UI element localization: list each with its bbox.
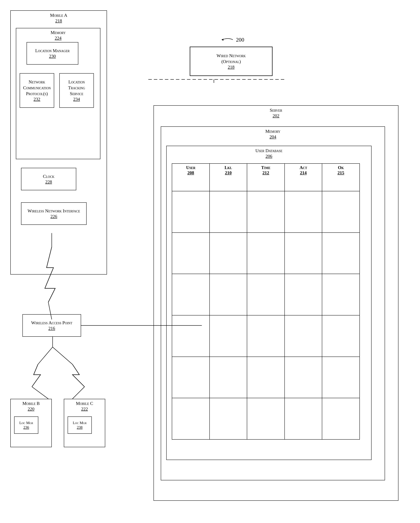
- table-row: [172, 233, 360, 274]
- mobile-b-box: Mobile B 220 Loc Mgr 236: [10, 399, 52, 447]
- location-tracking-box: Location Tracking Service 234: [59, 73, 94, 108]
- server-memory-box: Memory 204 User Database 206 User 208: [161, 126, 385, 480]
- user-db-table: User 208 Lkl 210 Time 212: [172, 163, 360, 440]
- table-row: [172, 191, 360, 233]
- mobile-c-title: Mobile C: [65, 400, 103, 407]
- svg-line-3: [38, 347, 53, 364]
- mobile-a-title: Mobile A: [12, 12, 105, 18]
- wap-to-mobiles-lines: [24, 337, 110, 406]
- wireless-ni-number: 226: [51, 214, 57, 219]
- col-act-header: Act 214: [285, 163, 322, 191]
- location-manager-number: 230: [49, 54, 56, 59]
- mobile-b-number: 220: [12, 407, 50, 412]
- table-row: [172, 315, 360, 357]
- wireless-ni-title: Wireless Network Interface: [28, 208, 80, 214]
- dashed-separator: [148, 76, 286, 83]
- col-lkl-header: Lkl 210: [210, 163, 247, 191]
- server-box: Server 202 Memory 204 User Database 206 …: [153, 105, 398, 501]
- wired-network-box: Wired Network (Optional) 218: [190, 47, 272, 76]
- location-manager-title: Location Manager: [35, 48, 70, 54]
- wap-number: 216: [48, 326, 55, 331]
- svg-line-6: [72, 387, 85, 399]
- mobile-a-number: 218: [12, 18, 105, 24]
- server-title: Server: [156, 107, 396, 113]
- mobile-c-number: 222: [65, 407, 103, 412]
- network-comm-box: Network Communication Protocol(s) 232: [20, 73, 54, 108]
- network-comm-title: Network Communication Protocol(s): [23, 79, 51, 97]
- mobile-b-loc-mgr-box: Loc Mgr 236: [14, 417, 38, 434]
- lightning-bolt-1: [41, 233, 62, 319]
- col-ok-header: Ok 215: [322, 163, 360, 191]
- user-db-box: User Database 206 User 208 Lkl 210: [166, 146, 372, 460]
- svg-line-5: [53, 347, 72, 364]
- location-tracking-number: 234: [73, 97, 80, 102]
- mobile-b-title: Mobile B: [12, 400, 50, 407]
- col-time-header: Time 212: [247, 163, 285, 191]
- wired-network-title: Wired Network (Optional): [217, 53, 246, 65]
- wired-network-number: 218: [228, 65, 235, 70]
- table-row: [172, 357, 360, 398]
- clock-number: 228: [45, 180, 52, 185]
- network-comm-number: 232: [34, 97, 40, 102]
- wap-title: Wireless Access Point: [31, 320, 72, 326]
- location-manager-box: Location Manager 230: [27, 42, 78, 65]
- mobile-b-loc-mgr-number: 236: [24, 425, 29, 430]
- memory-number: 224: [18, 36, 99, 41]
- server-number: 202: [156, 113, 396, 118]
- system-label: 200: [221, 36, 244, 43]
- user-db-number: 206: [168, 154, 369, 159]
- mobile-a-memory-box: Memory 224 Location Manager 230 Network …: [16, 28, 100, 159]
- svg-marker-7: [222, 39, 223, 41]
- clock-title: Clock: [43, 173, 54, 180]
- mobile-c-loc-mgr-label: Loc Mgr: [73, 421, 87, 425]
- table-row: [172, 274, 360, 315]
- server-memory-number: 204: [163, 134, 383, 139]
- location-tracking-title: Location Tracking Service: [61, 79, 92, 97]
- mobile-c-loc-mgr-number: 238: [77, 425, 83, 430]
- mobile-c-box: Mobile C 222 Loc Mgr 238: [64, 399, 105, 447]
- col-user-header: User 208: [172, 163, 210, 191]
- system-number: 200: [236, 37, 244, 43]
- wireless-ni-box: Wireless Network Interface 226: [21, 202, 87, 225]
- svg-line-4: [32, 387, 48, 399]
- wap-box: Wireless Access Point 216: [23, 314, 81, 337]
- user-db-title: User Database: [168, 148, 369, 154]
- mobile-c-loc-mgr-box: Loc Mgr 238: [68, 417, 92, 434]
- server-memory-title: Memory: [163, 129, 383, 134]
- clock-box: Clock 228: [21, 168, 76, 190]
- system-arrow: [221, 36, 235, 43]
- mobile-b-loc-mgr-label: Loc Mgr: [19, 421, 33, 425]
- table-row: [172, 398, 360, 439]
- memory-title: Memory: [18, 30, 99, 36]
